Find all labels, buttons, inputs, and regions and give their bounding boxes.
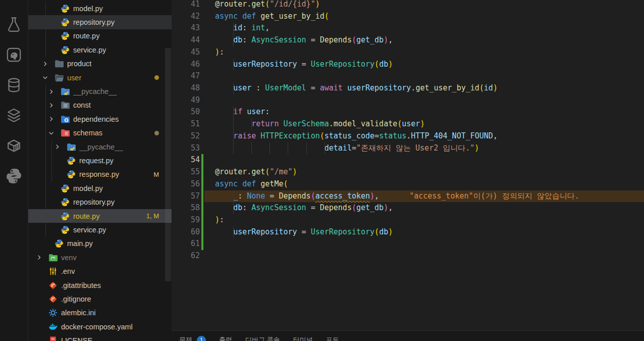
notebook-icon[interactable]: [6, 0, 22, 3]
line-number[interactable]: 54: [172, 154, 200, 166]
panel-tab-디버그 콘솔[interactable]: 디버그 콘솔: [239, 335, 287, 341]
tree-item--env[interactable]: .env: [28, 264, 172, 278]
line-number[interactable]: 52: [172, 130, 200, 142]
chevron-down-icon[interactable]: [41, 74, 55, 82]
code-line-53[interactable]: 53 detail="존재하지 않는 User2 입니다."): [172, 142, 644, 155]
chevron-right-icon[interactable]: [47, 87, 61, 95]
tree-item-response-py[interactable]: response.pyM: [28, 168, 172, 181]
code-line-41[interactable]: 41@router.get("/id/{id}"): [172, 0, 644, 11]
panel-tab-출력[interactable]: 출력: [212, 335, 239, 341]
code-line-54[interactable]: 54: [172, 154, 644, 166]
code-line-56[interactable]: 56async def getMe(: [172, 178, 644, 190]
tree-item-product[interactable]: product: [28, 57, 172, 71]
line-number[interactable]: 61: [172, 238, 200, 250]
inline-warning-message: "access_token"이(가) 정의되지 않았습니다.: [379, 191, 579, 201]
line-number[interactable]: 45: [172, 46, 200, 59]
code-line-52[interactable]: 52 raise HTTPException(status_code=statu…: [172, 130, 644, 142]
code-line-48[interactable]: 48 user : UserModel = await userReposito…: [172, 82, 644, 94]
line-number[interactable]: 53: [172, 142, 200, 155]
container-icon[interactable]: [6, 137, 22, 154]
code-editor[interactable]: 41@router.get("/id/{id}")42async def get…: [172, 0, 644, 330]
python-icon[interactable]: [6, 168, 22, 184]
code-line-42[interactable]: 42async def get_user_by_id(: [172, 11, 644, 23]
line-number[interactable]: 62: [172, 250, 200, 262]
code-line-55[interactable]: 55@router.get("/me"): [172, 166, 644, 178]
chevron-right-icon[interactable]: [35, 254, 48, 262]
tree-item--pycache-[interactable]: __pycache__: [28, 140, 172, 154]
tree-item-schemas[interactable]: schemas: [28, 126, 172, 140]
tree-item--gitignore[interactable]: .gitignore: [28, 292, 172, 306]
line-number[interactable]: 42: [172, 11, 200, 23]
line-number[interactable]: 49: [172, 94, 200, 107]
code-line-59[interactable]: 59):: [172, 214, 644, 226]
line-number[interactable]: 43: [172, 22, 200, 34]
tree-item-service-py[interactable]: service.py: [28, 43, 172, 57]
tree-item-repository-py[interactable]: repository.py: [28, 15, 172, 29]
tree-item-main-py[interactable]: main.py: [28, 237, 172, 251]
line-number[interactable]: 46: [172, 59, 200, 71]
tree-item--pycache-[interactable]: __pycache__: [28, 84, 172, 98]
line-number[interactable]: 59: [172, 214, 200, 226]
line-number[interactable]: 41: [172, 0, 200, 11]
tree-item-user[interactable]: user: [28, 71, 172, 84]
line-number[interactable]: 60: [172, 226, 200, 238]
code-text: if user:: [215, 106, 644, 118]
code-line-57[interactable]: 57 _: None = Depends(access_token),"acce…: [172, 190, 644, 203]
tree-item-license[interactable]: LICENSE: [28, 333, 172, 341]
token: if: [233, 107, 247, 116]
tree-item-dependencies[interactable]: dependencies: [28, 112, 172, 126]
code-line-44[interactable]: 44 db: AsyncSession = Depends(get_db),: [172, 34, 644, 46]
line-number[interactable]: 55: [172, 166, 200, 178]
line-number[interactable]: 50: [172, 106, 200, 118]
code-line-51[interactable]: 51 return UserSchema.model_validate(user…: [172, 118, 644, 130]
token: =: [297, 60, 311, 69]
tree-item-model-py[interactable]: model.py: [28, 181, 172, 195]
code-line-43[interactable]: 43 id: int,: [172, 22, 644, 34]
line-number[interactable]: 51: [172, 118, 200, 130]
line-number[interactable]: 56: [172, 178, 200, 190]
line-number[interactable]: 48: [172, 82, 200, 94]
panel-tab-포트[interactable]: 포트: [319, 335, 346, 341]
tree-item-model-py[interactable]: model.py: [28, 2, 172, 15]
panel-tab-문제[interactable]: 문제1: [173, 335, 212, 341]
code-line-60[interactable]: 60 userRepository = UserRepository(db): [172, 226, 644, 238]
tree-item-alembic-ini[interactable]: alembic.ini: [28, 306, 172, 320]
tree-item-service-py[interactable]: service.py: [28, 223, 172, 236]
git-status-badge: M: [153, 171, 159, 178]
tree-item-venv[interactable]: venv: [28, 251, 172, 264]
beaker-icon[interactable]: [6, 16, 22, 33]
tree-item-docker-compose-yaml[interactable]: docker-compose.yaml: [28, 320, 172, 333]
database-icon[interactable]: [6, 77, 22, 93]
tree-item-route-py[interactable]: route.py: [28, 29, 172, 43]
code-line-61[interactable]: 61: [172, 238, 644, 250]
tree-item-repository-py[interactable]: repository.py: [28, 195, 172, 209]
tree-item-request-py[interactable]: request.py: [28, 154, 172, 167]
tree-item-const[interactable]: const: [28, 99, 172, 112]
code-line-47[interactable]: 47: [172, 70, 644, 82]
code-line-58[interactable]: 58 db: AsyncSession = Depends(get_db),: [172, 202, 644, 214]
code-line-45[interactable]: 45):: [172, 46, 644, 59]
code-text: userRepository = UserRepository(db): [215, 59, 644, 71]
line-number[interactable]: 47: [172, 70, 200, 82]
sidebar-scrollbar[interactable]: [165, 48, 171, 281]
tree-item-route-py[interactable]: route.py1, M: [28, 209, 172, 223]
token: user: [233, 83, 251, 92]
file-label: .env: [61, 267, 172, 275]
token: _: [233, 191, 238, 201]
layers-icon[interactable]: [6, 107, 22, 124]
postgresql-icon[interactable]: [6, 46, 22, 63]
code-line-46[interactable]: 46 userRepository = UserRepository(db): [172, 59, 644, 71]
line-number[interactable]: 57: [172, 190, 200, 203]
code-line-62[interactable]: 62: [172, 250, 644, 262]
chevron-right-icon[interactable]: [53, 143, 67, 151]
panel-tab-터미널[interactable]: 터미널: [287, 335, 319, 341]
code-line-49[interactable]: 49: [172, 94, 644, 107]
chevron-right-icon[interactable]: [47, 115, 61, 123]
chevron-down-icon[interactable]: [47, 129, 61, 137]
chevron-right-icon[interactable]: [41, 60, 55, 68]
line-number[interactable]: 44: [172, 34, 200, 46]
tree-item--gitattributes[interactable]: .gitattributes: [28, 278, 172, 292]
chevron-right-icon[interactable]: [47, 101, 61, 109]
code-line-50[interactable]: 50 if user:: [172, 106, 644, 118]
line-number[interactable]: 58: [172, 202, 200, 214]
